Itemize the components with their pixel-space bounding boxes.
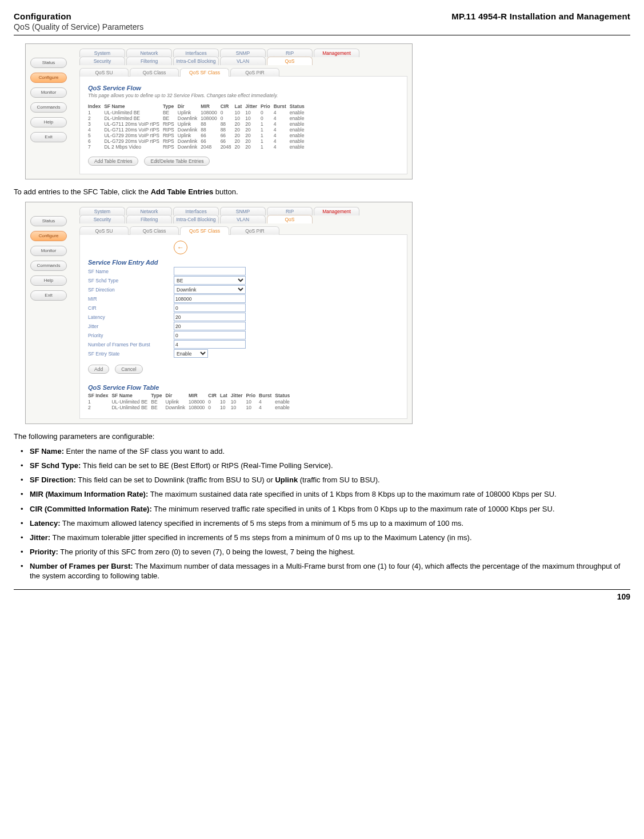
- tab-vlan[interactable]: VLAN: [220, 57, 266, 65]
- list-item: CIR (Committed Information Rate): The mi…: [14, 504, 630, 514]
- header-left-title: Configuration: [14, 11, 71, 21]
- priority-input[interactable]: [174, 331, 246, 339]
- tab-security[interactable]: Security: [79, 57, 125, 65]
- text-following-params: The following parameters are configurabl…: [14, 432, 630, 441]
- table-row: 2DL-Unlimited BEBEDownlink10800001010104…: [88, 405, 293, 410]
- sf-dir-select[interactable]: Downlink: [174, 285, 246, 294]
- table-header: SF Index: [88, 392, 111, 399]
- table-header: MIR: [201, 103, 220, 110]
- table-row: 1UL-Unlimited BEBEUplink10800001010104en…: [88, 399, 293, 405]
- tab-qos-2[interactable]: QoS: [267, 215, 313, 223]
- cir-input[interactable]: [174, 303, 246, 312]
- table-header: SF Name: [104, 103, 163, 110]
- subtab-qos-sf-class-2[interactable]: QoS SF Class: [180, 226, 229, 235]
- tab-rip-2[interactable]: RIP: [267, 207, 313, 215]
- cancel-button[interactable]: Cancel: [115, 365, 142, 374]
- tabs-primary: System Network Interfaces SNMP RIP Manag…: [79, 49, 407, 57]
- sidebar-nav-2: Status Configure Monitor Commands Help E…: [30, 216, 68, 301]
- frames-input[interactable]: [174, 340, 246, 349]
- table-header: Jitter: [231, 392, 246, 399]
- table-header: Status: [275, 392, 293, 399]
- list-item: SF Direction: This field can be set to D…: [14, 475, 630, 485]
- table-header: Burst: [274, 103, 290, 110]
- tab-qos[interactable]: QoS: [267, 57, 313, 65]
- subtab-qos-su[interactable]: QoS SU: [79, 68, 129, 77]
- nav-status[interactable]: Status: [30, 58, 67, 68]
- add-table-entries-button[interactable]: Add Table Entries: [88, 157, 138, 166]
- mir-input[interactable]: [174, 294, 246, 303]
- table-header: CIR: [221, 103, 235, 110]
- subtab-qos-su-2[interactable]: QoS SU: [79, 226, 129, 235]
- nav-configure[interactable]: Configure: [30, 73, 67, 83]
- tabs-secondary: Security Filtering Intra-Cell Blocking V…: [79, 57, 407, 65]
- tab-rip[interactable]: RIP: [267, 49, 313, 57]
- screenshot-sf-entry-add: Status Configure Monitor Commands Help E…: [25, 202, 413, 424]
- subtabs: QoS SU QoS Class QoS SF Class QoS PIR: [79, 65, 407, 77]
- table-header: Lat: [220, 392, 231, 399]
- tab-network[interactable]: Network: [126, 49, 172, 57]
- nav-exit-2[interactable]: Exit: [30, 290, 67, 301]
- table-header: Status: [290, 103, 308, 110]
- mir-label: MIR: [88, 296, 174, 302]
- table-row: 2DL-Unlimited BEBEDownlink1080000101004e…: [88, 115, 308, 121]
- nav-commands-2[interactable]: Commands: [30, 261, 67, 271]
- frames-label: Number of Frames Per Burst: [88, 342, 174, 347]
- sf-schd-select[interactable]: BE: [174, 276, 246, 285]
- table-header: Burst: [259, 392, 275, 399]
- table-header: MIR: [189, 392, 208, 399]
- state-select[interactable]: Enable: [174, 349, 208, 358]
- nav-exit[interactable]: Exit: [30, 132, 67, 142]
- subtab-qos-class[interactable]: QoS Class: [130, 68, 179, 77]
- list-item: Number of Frames per Burst: The Maximum …: [14, 561, 630, 581]
- panel-subtitle: This page allows you to define up to 32 …: [88, 93, 399, 98]
- subtab-qos-pir-2[interactable]: QoS PIR: [230, 226, 279, 235]
- subtab-qos-pir[interactable]: QoS PIR: [230, 68, 279, 77]
- form-title: Service Flow Entry Add: [88, 259, 399, 266]
- screenshot-qos-service-flow: Status Configure Monitor Commands Help E…: [25, 43, 413, 179]
- table-header: CIR: [208, 392, 220, 399]
- jitter-input[interactable]: [174, 322, 246, 330]
- nav-monitor-2[interactable]: Monitor: [30, 246, 67, 256]
- list-item: Latency: The maximum allowed latency spe…: [14, 518, 630, 528]
- nav-monitor[interactable]: Monitor: [30, 87, 67, 98]
- table-header: Prio: [261, 103, 274, 110]
- nav-help-2[interactable]: Help: [30, 275, 67, 286]
- tab-filtering-2[interactable]: Filtering: [126, 215, 172, 223]
- table-header: SF Name: [111, 392, 151, 399]
- nav-status-2[interactable]: Status: [30, 216, 67, 226]
- list-item: Priority: The priority of this SFC from …: [14, 547, 630, 557]
- cir-label: CIR: [88, 305, 174, 311]
- table-header: Prio: [246, 392, 259, 399]
- tab-management[interactable]: Management: [314, 49, 359, 57]
- add-button[interactable]: Add: [88, 365, 109, 374]
- sf-table-title: QoS Service Flow Table: [88, 384, 399, 391]
- subtab-qos-class-2[interactable]: QoS Class: [130, 226, 179, 235]
- nav-configure-2[interactable]: Configure: [30, 231, 67, 241]
- tab-filtering[interactable]: Filtering: [126, 57, 172, 65]
- edit-delete-table-entries-button[interactable]: Edit/Delete Table Entries: [144, 157, 210, 166]
- state-label: SF Entry State: [88, 351, 174, 357]
- tab-system-2[interactable]: System: [79, 207, 125, 215]
- sf-name-input[interactable]: [174, 267, 246, 275]
- service-flow-table-2: SF IndexSF NameTypeDirMIRCIRLatJitterPri…: [88, 392, 293, 410]
- tab-snmp[interactable]: SNMP: [220, 49, 266, 57]
- tab-security-2[interactable]: Security: [79, 215, 125, 223]
- table-header: Type: [163, 103, 178, 110]
- subtab-qos-sf-class[interactable]: QoS SF Class: [180, 68, 229, 77]
- tab-interfaces[interactable]: Interfaces: [173, 49, 219, 57]
- table-row: 3UL-G711 20ms VoIP rtPSRtPSUplink8888202…: [88, 121, 308, 127]
- panel-sf-entry-add: ← Service Flow Entry Add SF Name SF Schd…: [79, 234, 407, 419]
- tab-network-2[interactable]: Network: [126, 207, 172, 215]
- tab-intracell[interactable]: Intra-Cell Blocking: [173, 57, 219, 65]
- nav-commands[interactable]: Commands: [30, 102, 67, 113]
- back-icon[interactable]: ←: [174, 241, 187, 254]
- tab-system[interactable]: System: [79, 49, 125, 57]
- sf-schd-label: SF Schd Type: [88, 278, 174, 283]
- tab-vlan-2[interactable]: VLAN: [220, 215, 266, 223]
- tab-management-2[interactable]: Management: [314, 207, 359, 215]
- tab-intracell-2[interactable]: Intra-Cell Blocking: [173, 215, 219, 223]
- tab-snmp-2[interactable]: SNMP: [220, 207, 266, 215]
- tab-interfaces-2[interactable]: Interfaces: [173, 207, 219, 215]
- latency-input[interactable]: [174, 313, 246, 321]
- nav-help[interactable]: Help: [30, 117, 67, 127]
